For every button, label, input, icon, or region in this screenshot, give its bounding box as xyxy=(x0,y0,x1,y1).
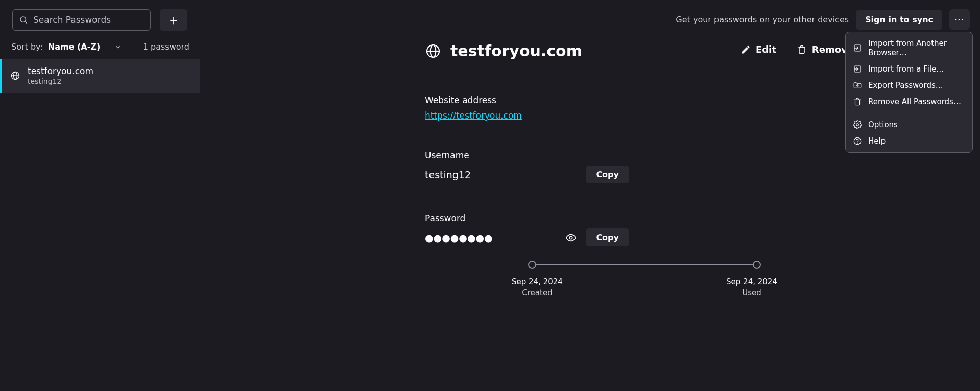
timeline-used: Sep 24, 2024 Used xyxy=(716,277,787,297)
menu-item-label: Options xyxy=(868,120,898,129)
timeline-created: Sep 24, 2024 Created xyxy=(501,277,573,297)
timeline-labels: Sep 24, 2024 Created Sep 24, 2024 Used xyxy=(501,277,787,297)
menu-help[interactable]: Help xyxy=(846,133,972,149)
detail-header: testforyou.com xyxy=(425,42,582,60)
menu-separator xyxy=(846,113,972,113)
import-icon xyxy=(853,43,862,53)
menu-export[interactable]: Export Passwords… xyxy=(846,77,972,94)
site-title: testforyou.com xyxy=(450,42,582,60)
search-input[interactable]: Search Passwords xyxy=(12,9,151,31)
password-label: Password xyxy=(425,213,885,223)
sort-by-label: Sort by: xyxy=(11,42,43,52)
edit-label: Edit xyxy=(756,44,776,55)
timeline-dot-created xyxy=(528,261,536,269)
password-list-item[interactable]: testforyou.com testing12 xyxy=(0,59,200,93)
created-label: Created xyxy=(501,288,573,297)
globe-icon xyxy=(10,71,20,81)
sidebar: Search Passwords ＋ Sort by: Name (A-Z) 1… xyxy=(0,0,200,391)
plus-icon: ＋ xyxy=(167,11,180,29)
svg-point-0 xyxy=(20,17,26,22)
used-date: Sep 24, 2024 xyxy=(716,277,787,286)
gear-icon xyxy=(853,120,862,129)
website-link[interactable]: https://testforyou.com xyxy=(425,110,522,121)
export-icon xyxy=(853,81,862,90)
username-label: Username xyxy=(425,150,885,160)
search-row: Search Passwords ＋ xyxy=(0,9,200,42)
menu-remove-all[interactable]: Remove All Passwords… xyxy=(846,94,972,110)
menu-options[interactable]: Options xyxy=(846,117,972,133)
trash-icon xyxy=(797,44,807,55)
help-icon xyxy=(853,136,862,146)
chevron-down-icon xyxy=(114,43,122,51)
search-icon xyxy=(19,15,28,25)
svg-point-15 xyxy=(570,236,573,239)
list-item-text: testforyou.com testing12 xyxy=(28,66,93,85)
menu-import-browser[interactable]: Import from Another Browser… xyxy=(846,35,972,61)
list-item-subtitle: testing12 xyxy=(28,77,93,85)
svg-line-1 xyxy=(25,21,27,23)
password-list: testforyou.com testing12 xyxy=(0,59,200,391)
timeline-line xyxy=(532,264,757,265)
password-value: ●●●●●●●● xyxy=(425,232,493,243)
more-icon: ⋯ xyxy=(954,13,965,26)
reveal-password-button[interactable] xyxy=(565,232,577,243)
website-label: Website address xyxy=(425,95,885,105)
more-menu: Import from Another Browser… Import from… xyxy=(845,32,973,153)
sort-value: Name (A-Z) xyxy=(48,42,101,52)
timeline-dot-used xyxy=(753,261,761,269)
sign-in-button[interactable]: Sign in to sync xyxy=(856,10,942,30)
list-item-title: testforyou.com xyxy=(28,66,93,76)
topbar: Get your passwords on your other devices… xyxy=(676,9,970,30)
edit-button[interactable]: Edit xyxy=(740,44,776,55)
password-count: 1 password xyxy=(143,42,189,52)
username-value: testing12 xyxy=(425,169,471,180)
import-file-icon xyxy=(853,64,862,74)
sort-row: Sort by: Name (A-Z) 1 password xyxy=(0,42,200,59)
copy-username-button[interactable]: Copy xyxy=(586,166,629,183)
svg-point-9 xyxy=(856,124,859,126)
menu-item-label: Remove All Passwords… xyxy=(868,97,961,106)
add-password-button[interactable]: ＋ xyxy=(160,9,187,31)
created-date: Sep 24, 2024 xyxy=(501,277,573,286)
pencil-icon xyxy=(740,44,751,55)
detail-actions: Edit Remove xyxy=(740,44,853,55)
menu-item-label: Export Passwords… xyxy=(868,81,943,90)
sort-select[interactable]: Name (A-Z) xyxy=(48,42,122,52)
trash-icon xyxy=(853,97,862,106)
menu-item-label: Import from a File… xyxy=(868,64,944,74)
main: Get your passwords on your other devices… xyxy=(200,0,980,391)
copy-password-button[interactable]: Copy xyxy=(586,228,629,246)
used-label: Used xyxy=(716,288,787,297)
sync-prompt: Get your passwords on your other devices xyxy=(676,15,849,25)
globe-icon xyxy=(425,43,441,59)
svg-point-11 xyxy=(857,143,858,143)
password-row: ●●●●●●●● Copy xyxy=(425,228,629,246)
search-placeholder: Search Passwords xyxy=(33,15,111,25)
timeline-track xyxy=(532,260,757,270)
more-menu-button[interactable]: ⋯ xyxy=(949,9,970,30)
menu-item-label: Import from Another Browser… xyxy=(868,39,965,57)
menu-item-label: Help xyxy=(868,136,886,146)
timeline: Sep 24, 2024 Created Sep 24, 2024 Used xyxy=(425,260,864,297)
username-row: testing12 Copy xyxy=(425,166,629,183)
detail-content: Website address https://testforyou.com U… xyxy=(425,95,885,246)
menu-import-file[interactable]: Import from a File… xyxy=(846,61,972,77)
